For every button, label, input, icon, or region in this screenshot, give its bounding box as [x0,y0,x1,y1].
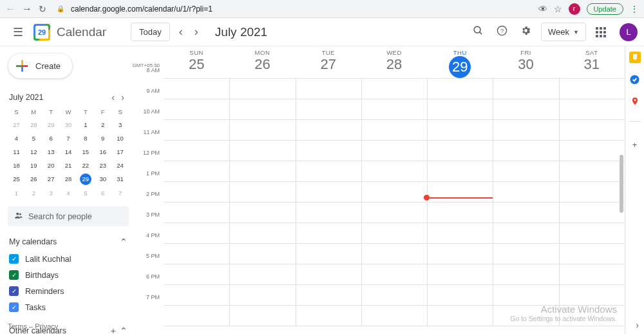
hour-cell[interactable] [560,285,625,306]
day-header[interactable]: WED28 [361,46,427,78]
hour-cell[interactable] [296,79,361,99]
mini-next-icon[interactable]: › [119,92,126,103]
mini-day[interactable]: 7 [111,186,129,200]
hour-cell[interactable] [362,202,427,223]
mini-day[interactable]: 3 [111,118,129,132]
tasks-icon[interactable] [629,74,641,85]
mini-day[interactable]: 11 [8,145,25,159]
mini-prev-icon[interactable]: ‹ [109,92,117,103]
mini-day[interactable]: 13 [43,145,60,159]
hour-cell[interactable] [296,99,361,120]
hour-cell[interactable] [560,202,625,223]
hour-cell[interactable] [493,99,558,120]
hour-cell[interactable] [362,141,427,161]
checkbox-icon[interactable]: ✓ [9,302,19,312]
browser-menu-icon[interactable]: ⋮ [630,4,639,14]
hour-cell[interactable] [493,244,558,264]
hour-cell[interactable] [296,182,361,202]
mini-day[interactable]: 4 [60,186,77,200]
mini-day[interactable]: 2 [25,186,43,200]
account-avatar[interactable]: L [620,23,638,41]
hour-cell[interactable] [230,79,295,99]
hour-cell[interactable] [362,306,427,326]
hour-cell[interactable] [493,223,558,244]
hour-cell[interactable] [560,99,625,120]
search-icon[interactable] [469,22,487,43]
week-grid[interactable]: SUN25MON26TUE27WED28THU29FRI30SAT31 [164,46,625,334]
hour-cell[interactable] [362,285,427,306]
hour-cell[interactable] [164,182,229,202]
calendar-item[interactable]: ✓Reminders [8,283,129,299]
privacy-link[interactable]: Privacy [35,322,58,330]
hour-cell[interactable] [230,161,295,182]
scrollbar-thumb[interactable] [620,155,623,213]
hour-cell[interactable] [230,244,295,264]
create-button[interactable]: Create [8,53,73,79]
hour-cell[interactable] [428,223,493,244]
hour-cell[interactable] [428,202,493,223]
hour-cell[interactable] [428,161,493,182]
hour-cell[interactable] [560,141,625,161]
hour-cell[interactable] [560,182,625,202]
mini-day[interactable]: 8 [77,132,94,145]
mini-day[interactable]: 18 [8,159,25,172]
mini-day[interactable]: 3 [43,186,60,200]
mini-day[interactable]: 21 [60,159,77,172]
hour-cell[interactable] [164,223,229,244]
hour-cell[interactable] [493,79,558,99]
eye-icon[interactable]: 👁 [538,4,547,14]
mini-day[interactable]: 27 [43,172,60,186]
hour-cell[interactable] [296,120,361,141]
mini-day[interactable]: 30 [60,118,77,132]
hour-cell[interactable] [164,141,229,161]
hour-cell[interactable] [230,182,295,202]
hour-cell[interactable] [230,285,295,306]
calendar-item[interactable]: ✓Lalit Kuchhal [8,251,129,267]
hour-cell[interactable] [164,79,229,99]
maps-icon[interactable] [629,95,641,107]
day-header[interactable]: FRI30 [493,46,558,78]
view-switcher[interactable]: Week ▼ [541,23,586,41]
calendar-item[interactable]: ✓Birthdays [8,267,129,283]
hour-cell[interactable] [164,99,229,120]
update-button[interactable]: Update [587,3,623,15]
mini-day[interactable]: 9 [94,132,111,145]
today-button[interactable]: Today [131,23,170,41]
mini-day[interactable]: 4 [8,132,25,145]
profile-avatar-small[interactable]: r [569,3,580,15]
checkbox-icon[interactable]: ✓ [9,286,19,296]
hour-cell[interactable] [362,182,427,202]
help-icon[interactable]: ? [493,22,511,43]
hour-cell[interactable] [230,306,295,326]
mini-day[interactable]: 28 [60,172,77,186]
mini-day[interactable]: 22 [77,159,94,172]
hour-cell[interactable] [362,79,427,99]
keep-icon[interactable] [629,52,641,63]
hour-cell[interactable] [296,264,361,285]
mini-day[interactable]: 19 [25,159,43,172]
hour-cell[interactable] [493,161,558,182]
terms-link[interactable]: Terms [8,322,27,330]
hour-cell[interactable] [493,285,558,306]
hour-cell[interactable] [362,264,427,285]
mini-day[interactable]: 16 [94,145,111,159]
hour-cell[interactable] [230,99,295,120]
mini-day[interactable]: 20 [43,159,60,172]
hour-cell[interactable] [560,264,625,285]
hour-cell[interactable] [428,244,493,264]
hour-cell[interactable] [296,244,361,264]
mini-day[interactable]: 30 [94,172,111,186]
mini-day[interactable]: 12 [25,145,43,159]
hour-cell[interactable] [493,264,558,285]
hour-cell[interactable] [296,285,361,306]
reload-icon[interactable]: ↻ [39,4,46,14]
hour-cell[interactable] [164,264,229,285]
hour-cell[interactable] [560,79,625,99]
mini-day[interactable]: 7 [60,132,77,145]
hour-cell[interactable] [362,223,427,244]
gear-icon[interactable] [517,22,535,43]
hour-cell[interactable] [164,244,229,264]
mini-day[interactable]: 5 [25,132,43,145]
day-column[interactable] [229,79,295,326]
hour-cell[interactable] [493,182,558,202]
